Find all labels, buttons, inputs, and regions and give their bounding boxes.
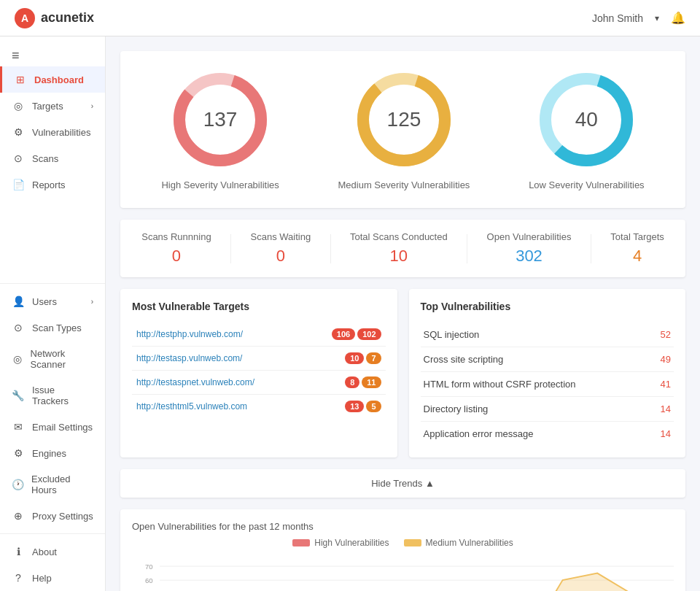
vuln-target-row: http://testasp.vulnweb.com/ 10 7 (132, 347, 386, 371)
chart-legend: High Vulnerabilities Medium Vulnerabilit… (132, 538, 674, 548)
badge-high: 13 (345, 401, 364, 412)
donut-card-high: 137 High Severity Vulnerabilities (161, 69, 279, 190)
badge-high: 106 (332, 328, 355, 340)
logo-area: A acunetix (15, 8, 94, 28)
vuln-count: 49 (661, 354, 671, 365)
sidebar-item-excluded-hours[interactable]: 🕐 Excluded Hours (0, 466, 105, 503)
top-vulnerabilities-title: Top Vulnerabilities (421, 301, 674, 312)
sidebar-item-email-settings[interactable]: ✉ Email Settings (0, 414, 105, 440)
top-vulnerabilities-list: SQL injection 52 Cross site scripting 49… (421, 322, 674, 446)
badge-med: 11 (362, 376, 381, 388)
donut-label-medium: Medium Severity Vulnerabilities (338, 179, 470, 190)
stat-divider-3 (467, 234, 467, 263)
sidebar-item-network-scanner[interactable]: ◎ Network Scanner (0, 341, 105, 377)
donut-value-medium: 125 (387, 108, 421, 131)
donut-value-low: 40 (575, 108, 598, 131)
main-content: 137 High Severity Vulnerabilities 125 Me… (106, 36, 700, 591)
donut-card-low: 40 Low Severity Vulnerabilities (529, 69, 644, 190)
target-url[interactable]: http://testphp.vulnweb.com/ (136, 329, 243, 339)
target-url[interactable]: http://testaspnet.vulnweb.com/ (136, 377, 254, 387)
vuln-name: Application error message (424, 428, 534, 439)
logo-symbol: A (21, 12, 28, 24)
sidebar-item-targets[interactable]: ◎ Targets › (0, 93, 105, 119)
sidebar-item-users[interactable]: 👤 Users › (0, 288, 105, 314)
scans-icon: ⊙ (12, 152, 25, 164)
target-url[interactable]: http://testasp.vulnweb.com/ (136, 353, 242, 363)
sidebar-item-issue-trackers[interactable]: 🔧 Issue Trackers (0, 377, 105, 414)
legend-high: High Vulnerabilities (292, 538, 389, 548)
vulnerable-targets-title: Most Vulnerable Targets (132, 301, 386, 312)
scan-types-icon: ⊙ (12, 322, 25, 333)
sidebar-label-targets: Targets (32, 101, 63, 112)
sidebar-label-scans: Scans (32, 153, 58, 164)
sidebar-item-scans[interactable]: ⊙ Scans (0, 145, 105, 171)
sidebar-item-dashboard[interactable]: ⊞ Dashboard (0, 66, 105, 93)
network-scanner-icon: ◎ (12, 353, 23, 365)
sidebar-item-scan-types[interactable]: ⊙ Scan Types (0, 314, 105, 341)
user-name: John Smith (592, 12, 643, 24)
sidebar-label-engines: Engines (32, 448, 66, 459)
sidebar-label-reports: Reports (32, 179, 66, 190)
donut-medium: 125 (353, 69, 455, 171)
engines-icon: ⚙ (12, 447, 25, 459)
sidebar-item-engines[interactable]: ⚙ Engines (0, 440, 105, 466)
panel-top-vulnerabilities: Top Vulnerabilities SQL injection 52 Cro… (409, 289, 686, 457)
vulnerable-targets-list: http://testphp.vulnweb.com/ 106 102 http… (132, 322, 386, 418)
stat-divider-4 (591, 234, 591, 263)
sidebar-divider-2 (0, 533, 105, 534)
dashboard-icon: ⊞ (14, 74, 27, 85)
legend-color-high (292, 539, 310, 546)
sidebar-label-proxy-settings: Proxy Settings (32, 511, 93, 522)
svg-marker-21 (521, 573, 674, 591)
badge-med: 7 (366, 352, 381, 364)
stat-value-total-targets: 4 (633, 247, 642, 266)
sidebar-item-reports[interactable]: 📄 Reports (0, 171, 105, 198)
topbar: A acunetix John Smith ▾ 🔔 (0, 0, 700, 36)
donut-label-high: High Severity Vulnerabilities (161, 179, 279, 190)
sidebar: ≡ ⊞ Dashboard ◎ Targets › ⚙ Vulnerabilit… (0, 36, 106, 591)
sidebar-item-proxy-settings[interactable]: ⊕ Proxy Settings (0, 503, 105, 529)
vuln-count: 14 (661, 428, 671, 439)
legend-label-high: High Vulnerabilities (314, 538, 389, 548)
proxy-icon: ⊕ (12, 510, 25, 522)
stat-value-running: 0 (172, 247, 181, 266)
sidebar-divider (0, 283, 105, 284)
sidebar-item-vulnerabilities[interactable]: ⚙ Vulnerabilities (0, 119, 105, 145)
reports-icon: 📄 (12, 179, 25, 190)
logo-icon: A (15, 8, 35, 28)
stat-value-open-vuln: 302 (516, 247, 542, 266)
stat-value-conducted: 10 (390, 247, 408, 266)
hamburger-button[interactable]: ≡ (0, 42, 105, 66)
notification-bell-icon[interactable]: 🔔 (671, 11, 685, 25)
issue-trackers-icon: 🔧 (12, 390, 25, 401)
stat-label-open-vuln: Open Vulnerabilities (487, 231, 572, 242)
chart-svg-wrapper: 70 60 50 40 30 20 10 (132, 557, 674, 591)
hide-trends-button[interactable]: Hide Trends ▲ (120, 469, 685, 498)
stat-waiting: Scans Waiting 0 (251, 231, 311, 266)
sidebar-label-dashboard: Dashboard (34, 74, 84, 85)
donut-value-high: 137 (203, 108, 238, 131)
bottom-panels: Most Vulnerable Targets http://testphp.v… (120, 289, 685, 457)
legend-color-medium (404, 539, 421, 546)
vuln-name: SQL injection (424, 329, 480, 340)
vuln-count: 14 (661, 403, 671, 414)
target-url[interactable]: http://testhtml5.vulnweb.com (136, 401, 247, 412)
sidebar-item-help[interactable]: ? Help (0, 565, 105, 591)
vuln-name: Directory listing (424, 403, 489, 414)
badge-high: 10 (345, 352, 364, 364)
badge-med: 5 (366, 401, 381, 412)
stat-value-waiting: 0 (276, 247, 285, 266)
main-layout: ≡ ⊞ Dashboard ◎ Targets › ⚙ Vulnerabilit… (0, 36, 700, 591)
sidebar-item-about[interactable]: ℹ About (0, 538, 105, 565)
donut-card-medium: 125 Medium Severity Vulnerabilities (338, 69, 470, 190)
vuln-badges: 13 5 (345, 401, 381, 412)
vuln-count: 41 (661, 379, 671, 390)
stat-label-conducted: Total Scans Conducted (350, 231, 448, 242)
user-chevron-icon[interactable]: ▾ (655, 13, 659, 23)
users-icon: 👤 (12, 296, 25, 307)
stat-label-total-targets: Total Targets (610, 231, 664, 242)
logo-text: acunetix (41, 10, 94, 26)
users-chevron-icon: › (91, 298, 93, 306)
badge-med: 102 (357, 328, 381, 340)
sidebar-label-email-settings: Email Settings (32, 422, 93, 433)
